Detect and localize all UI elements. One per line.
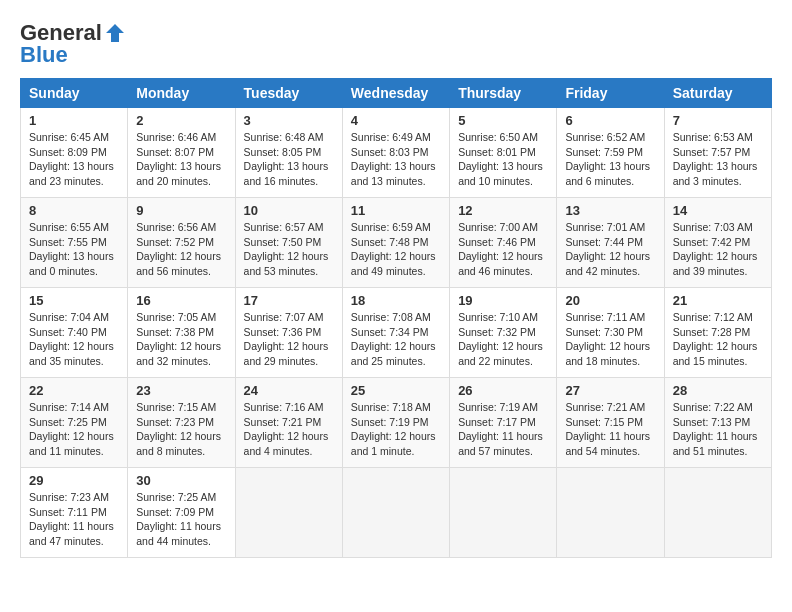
cell-details: Sunrise: 6:53 AMSunset: 7:57 PMDaylight:… (673, 130, 763, 189)
day-number: 7 (673, 113, 763, 128)
calendar-cell: 9 Sunrise: 6:56 AMSunset: 7:52 PMDayligh… (128, 198, 235, 288)
calendar-cell: 1 Sunrise: 6:45 AMSunset: 8:09 PMDayligh… (21, 108, 128, 198)
logo: General Blue (20, 20, 126, 68)
calendar-cell: 5 Sunrise: 6:50 AMSunset: 8:01 PMDayligh… (450, 108, 557, 198)
calendar-cell: 14 Sunrise: 7:03 AMSunset: 7:42 PMDaylig… (664, 198, 771, 288)
day-number: 19 (458, 293, 548, 308)
cell-details: Sunrise: 7:00 AMSunset: 7:46 PMDaylight:… (458, 220, 548, 279)
day-number: 30 (136, 473, 226, 488)
calendar-cell (450, 468, 557, 558)
day-number: 18 (351, 293, 441, 308)
day-number: 26 (458, 383, 548, 398)
day-number: 27 (565, 383, 655, 398)
calendar-cell: 17 Sunrise: 7:07 AMSunset: 7:36 PMDaylig… (235, 288, 342, 378)
day-number: 23 (136, 383, 226, 398)
calendar-cell: 29 Sunrise: 7:23 AMSunset: 7:11 PMDaylig… (21, 468, 128, 558)
day-number: 2 (136, 113, 226, 128)
day-number: 11 (351, 203, 441, 218)
day-number: 22 (29, 383, 119, 398)
cell-details: Sunrise: 6:50 AMSunset: 8:01 PMDaylight:… (458, 130, 548, 189)
cell-details: Sunrise: 7:08 AMSunset: 7:34 PMDaylight:… (351, 310, 441, 369)
cell-details: Sunrise: 6:52 AMSunset: 7:59 PMDaylight:… (565, 130, 655, 189)
header-friday: Friday (557, 79, 664, 108)
calendar-cell: 21 Sunrise: 7:12 AMSunset: 7:28 PMDaylig… (664, 288, 771, 378)
day-number: 5 (458, 113, 548, 128)
day-number: 8 (29, 203, 119, 218)
cell-details: Sunrise: 6:45 AMSunset: 8:09 PMDaylight:… (29, 130, 119, 189)
cell-details: Sunrise: 7:19 AMSunset: 7:17 PMDaylight:… (458, 400, 548, 459)
calendar-cell (664, 468, 771, 558)
calendar-cell: 18 Sunrise: 7:08 AMSunset: 7:34 PMDaylig… (342, 288, 449, 378)
cell-details: Sunrise: 7:22 AMSunset: 7:13 PMDaylight:… (673, 400, 763, 459)
cell-details: Sunrise: 7:21 AMSunset: 7:15 PMDaylight:… (565, 400, 655, 459)
cell-details: Sunrise: 7:01 AMSunset: 7:44 PMDaylight:… (565, 220, 655, 279)
header-tuesday: Tuesday (235, 79, 342, 108)
calendar-cell: 10 Sunrise: 6:57 AMSunset: 7:50 PMDaylig… (235, 198, 342, 288)
calendar-cell: 15 Sunrise: 7:04 AMSunset: 7:40 PMDaylig… (21, 288, 128, 378)
calendar-cell: 24 Sunrise: 7:16 AMSunset: 7:21 PMDaylig… (235, 378, 342, 468)
cell-details: Sunrise: 7:16 AMSunset: 7:21 PMDaylight:… (244, 400, 334, 459)
calendar-cell: 16 Sunrise: 7:05 AMSunset: 7:38 PMDaylig… (128, 288, 235, 378)
calendar-cell: 25 Sunrise: 7:18 AMSunset: 7:19 PMDaylig… (342, 378, 449, 468)
calendar-cell (557, 468, 664, 558)
cell-details: Sunrise: 7:14 AMSunset: 7:25 PMDaylight:… (29, 400, 119, 459)
cell-details: Sunrise: 6:57 AMSunset: 7:50 PMDaylight:… (244, 220, 334, 279)
calendar-cell: 26 Sunrise: 7:19 AMSunset: 7:17 PMDaylig… (450, 378, 557, 468)
calendar-table: SundayMondayTuesdayWednesdayThursdayFrid… (20, 78, 772, 558)
day-number: 24 (244, 383, 334, 398)
cell-details: Sunrise: 6:48 AMSunset: 8:05 PMDaylight:… (244, 130, 334, 189)
day-number: 15 (29, 293, 119, 308)
header-wednesday: Wednesday (342, 79, 449, 108)
header-thursday: Thursday (450, 79, 557, 108)
calendar-cell: 2 Sunrise: 6:46 AMSunset: 8:07 PMDayligh… (128, 108, 235, 198)
week-row-4: 22 Sunrise: 7:14 AMSunset: 7:25 PMDaylig… (21, 378, 772, 468)
day-number: 21 (673, 293, 763, 308)
calendar-header-row: SundayMondayTuesdayWednesdayThursdayFrid… (21, 79, 772, 108)
cell-details: Sunrise: 6:46 AMSunset: 8:07 PMDaylight:… (136, 130, 226, 189)
calendar-cell: 11 Sunrise: 6:59 AMSunset: 7:48 PMDaylig… (342, 198, 449, 288)
day-number: 25 (351, 383, 441, 398)
calendar-cell: 4 Sunrise: 6:49 AMSunset: 8:03 PMDayligh… (342, 108, 449, 198)
calendar-cell: 28 Sunrise: 7:22 AMSunset: 7:13 PMDaylig… (664, 378, 771, 468)
calendar-cell: 27 Sunrise: 7:21 AMSunset: 7:15 PMDaylig… (557, 378, 664, 468)
calendar-cell: 8 Sunrise: 6:55 AMSunset: 7:55 PMDayligh… (21, 198, 128, 288)
calendar-cell: 23 Sunrise: 7:15 AMSunset: 7:23 PMDaylig… (128, 378, 235, 468)
cell-details: Sunrise: 7:10 AMSunset: 7:32 PMDaylight:… (458, 310, 548, 369)
cell-details: Sunrise: 7:12 AMSunset: 7:28 PMDaylight:… (673, 310, 763, 369)
header-saturday: Saturday (664, 79, 771, 108)
day-number: 14 (673, 203, 763, 218)
day-number: 3 (244, 113, 334, 128)
day-number: 20 (565, 293, 655, 308)
page-header: General Blue (20, 20, 772, 68)
calendar-cell: 3 Sunrise: 6:48 AMSunset: 8:05 PMDayligh… (235, 108, 342, 198)
header-monday: Monday (128, 79, 235, 108)
cell-details: Sunrise: 7:23 AMSunset: 7:11 PMDaylight:… (29, 490, 119, 549)
calendar-cell: 22 Sunrise: 7:14 AMSunset: 7:25 PMDaylig… (21, 378, 128, 468)
calendar-cell: 7 Sunrise: 6:53 AMSunset: 7:57 PMDayligh… (664, 108, 771, 198)
calendar-cell: 20 Sunrise: 7:11 AMSunset: 7:30 PMDaylig… (557, 288, 664, 378)
calendar-cell: 30 Sunrise: 7:25 AMSunset: 7:09 PMDaylig… (128, 468, 235, 558)
week-row-5: 29 Sunrise: 7:23 AMSunset: 7:11 PMDaylig… (21, 468, 772, 558)
day-number: 16 (136, 293, 226, 308)
week-row-2: 8 Sunrise: 6:55 AMSunset: 7:55 PMDayligh… (21, 198, 772, 288)
calendar-cell: 6 Sunrise: 6:52 AMSunset: 7:59 PMDayligh… (557, 108, 664, 198)
cell-details: Sunrise: 7:18 AMSunset: 7:19 PMDaylight:… (351, 400, 441, 459)
day-number: 10 (244, 203, 334, 218)
cell-details: Sunrise: 7:05 AMSunset: 7:38 PMDaylight:… (136, 310, 226, 369)
cell-details: Sunrise: 6:56 AMSunset: 7:52 PMDaylight:… (136, 220, 226, 279)
cell-details: Sunrise: 6:59 AMSunset: 7:48 PMDaylight:… (351, 220, 441, 279)
logo-icon (104, 22, 126, 44)
day-number: 12 (458, 203, 548, 218)
header-sunday: Sunday (21, 79, 128, 108)
cell-details: Sunrise: 7:25 AMSunset: 7:09 PMDaylight:… (136, 490, 226, 549)
calendar-cell: 12 Sunrise: 7:00 AMSunset: 7:46 PMDaylig… (450, 198, 557, 288)
cell-details: Sunrise: 7:03 AMSunset: 7:42 PMDaylight:… (673, 220, 763, 279)
calendar-cell: 19 Sunrise: 7:10 AMSunset: 7:32 PMDaylig… (450, 288, 557, 378)
cell-details: Sunrise: 6:49 AMSunset: 8:03 PMDaylight:… (351, 130, 441, 189)
cell-details: Sunrise: 7:04 AMSunset: 7:40 PMDaylight:… (29, 310, 119, 369)
day-number: 4 (351, 113, 441, 128)
calendar-cell: 13 Sunrise: 7:01 AMSunset: 7:44 PMDaylig… (557, 198, 664, 288)
week-row-3: 15 Sunrise: 7:04 AMSunset: 7:40 PMDaylig… (21, 288, 772, 378)
cell-details: Sunrise: 7:15 AMSunset: 7:23 PMDaylight:… (136, 400, 226, 459)
calendar-cell (342, 468, 449, 558)
